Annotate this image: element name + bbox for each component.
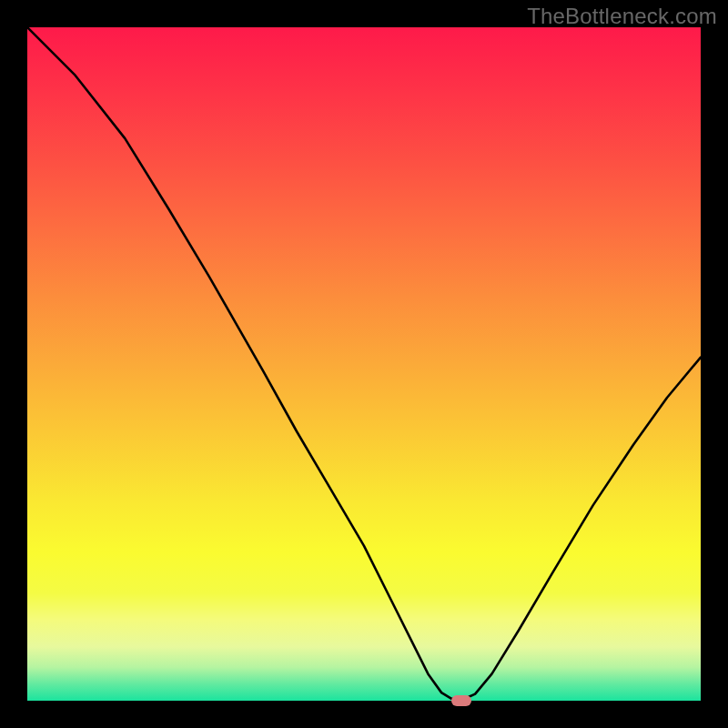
chart-frame: TheBottleneck.com [0, 0, 728, 728]
gradient-background [27, 27, 701, 701]
optimal-point-marker [451, 695, 471, 706]
plot-svg [27, 27, 701, 701]
watermark-text: TheBottleneck.com [527, 4, 717, 29]
plot-area [27, 27, 701, 701]
